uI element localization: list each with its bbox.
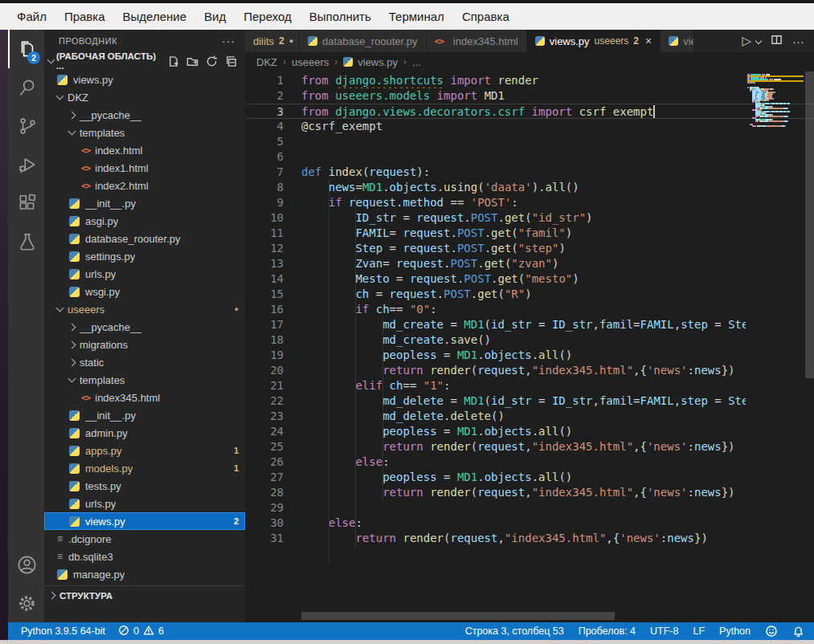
line-number[interactable]: 10 [245,210,284,226]
tree-file-views-py[interactable]: views.py2 [44,512,245,530]
code-line-26[interactable]: 26 else: [245,454,814,470]
code-line-28[interactable]: 28 return render(request,"index345.html"… [245,485,814,500]
code-line-15[interactable]: 15 ch = request.POST.get("R") [245,287,814,302]
code-line-13[interactable]: 13 Zvan= request.POST.get("zvan") [245,256,814,271]
code-line-23[interactable]: 23 md_delete.delete() [245,409,814,424]
more-actions-icon[interactable]: ··· [792,35,804,48]
line-number[interactable]: 15 [245,287,284,302]
line-number[interactable]: 19 [245,348,284,363]
menu-item-8[interactable]: Справка [453,3,518,30]
code-line-4[interactable]: 4@csrf_exempt [245,119,814,134]
run-button[interactable]: ▷ [742,34,751,48]
tree-folder--pycache-[interactable]: __pycache__ [44,106,245,124]
workspace-section-header[interactable]: (РАБОЧАЯ ОБЛАСТЬ) ... [44,51,245,71]
tree-file-views-py[interactable]: views.py [44,71,245,88]
menu-item-2[interactable]: Правка [55,3,114,30]
code-line-11[interactable]: 11 FAMIL= request.POST.get("famil") [245,226,814,241]
tree-file-settings-py[interactable]: settings.py [44,247,245,265]
tree-folder--pycache-[interactable]: __pycache__ [44,318,245,336]
problems-status[interactable]: 06 [118,625,164,638]
line-number[interactable]: 17 [245,317,284,332]
feedback-icon[interactable] [765,625,778,638]
bell-icon[interactable] [792,626,804,638]
line-number[interactable]: 12 [245,241,284,256]
line-number[interactable]: 1 [245,73,284,88]
menu-item-1[interactable]: Файл [8,3,55,30]
line-number[interactable]: 31 [245,531,284,546]
code-line-5[interactable]: 5 [245,134,814,149]
source-control-icon[interactable] [8,107,44,145]
menu-item-5[interactable]: Переход [235,3,301,30]
run-dropdown-icon[interactable] [755,38,762,44]
eol-status[interactable]: LF [693,626,705,637]
menu-item-6[interactable]: Выполнить [301,3,380,30]
tab-diiits[interactable]: diiits2● [245,30,300,52]
breadcrumb[interactable]: DKZ›useeers›views.py›... [245,52,814,71]
code-line-3[interactable]: 3from django.views.decorators.csrf impor… [245,104,814,119]
code-line-24[interactable]: 24 peopless = MD1.objects.all() [245,424,814,439]
code-line-22[interactable]: 22 md_delete = MD1(id_str = ID_str,famil… [245,393,814,409]
code-line-27[interactable]: 27 peopless = MD1.objects.all() [245,470,814,485]
code-line-29[interactable]: 29 [245,500,814,516]
line-number[interactable]: 6 [245,149,284,165]
testing-icon[interactable] [8,222,44,261]
cursor-position-status[interactable]: Строка 3, столбец 53 [465,626,564,637]
tree-file-apps-py[interactable]: apps.py1 [44,442,245,459]
line-number[interactable]: 11 [245,226,284,241]
line-number[interactable]: 28 [245,485,284,500]
line-number[interactable]: 26 [245,454,284,470]
horizontal-scrollbar[interactable] [301,612,615,620]
line-number[interactable]: 27 [245,470,284,485]
line-number[interactable]: 7 [245,165,284,180]
indentation-status[interactable]: Пробелов: 4 [579,626,636,637]
line-number[interactable]: 3 [245,104,284,118]
new-file-icon[interactable] [167,55,179,67]
menu-item-7[interactable]: Терминал [380,3,453,30]
code-line-1[interactable]: 1from django.shortcuts import render [245,73,814,88]
tab-database-roouter-py[interactable]: database_roouter.py [300,30,427,52]
tree-file-asgi-py[interactable]: asgi.py [44,212,245,230]
code-line-9[interactable]: 9 if request.method == 'POST': [245,195,814,210]
code-line-14[interactable]: 14 Mesto = request.POST.get("mesto") [245,271,814,287]
tree-file-urls-py[interactable]: urls.py [44,495,245,512]
tab-vie[interactable]: vie [661,30,694,52]
line-number[interactable]: 20 [245,363,284,378]
files-icon[interactable]: 2 [8,30,44,68]
tree-file-urls-py[interactable]: urls.py [44,265,245,283]
breadcrumb-item-views-py[interactable]: views.py [358,56,398,68]
code-line-7[interactable]: 7def index(request): [245,165,814,180]
settings-gear-icon[interactable] [8,584,44,622]
code-line-30[interactable]: 30 else: [245,516,814,531]
tab-index345-html[interactable]: <>index345.html [427,30,527,52]
tree-folder-DKZ[interactable]: DKZ [44,88,245,106]
run-debug-icon[interactable] [8,145,44,184]
line-number[interactable]: 29 [245,500,284,516]
tree-folder-migrations[interactable]: migrations [44,336,245,353]
line-number[interactable]: 21 [245,378,284,393]
tree-file-index-html[interactable]: <>index.html [44,141,245,159]
line-number[interactable]: 8 [245,180,284,195]
code-line-25[interactable]: 25 return render(request,"index345.html"… [245,439,814,454]
language-mode-status[interactable]: Python [719,626,751,637]
tree-folder-useeers[interactable]: useeers● [44,300,245,318]
tab-views-py[interactable]: views.pyuseeers2× [527,30,661,52]
line-number[interactable]: 9 [245,195,284,210]
line-number[interactable]: 5 [245,134,284,149]
line-number[interactable]: 4 [245,119,284,134]
tree-file-db-sqlite3[interactable]: ≡db.sqlite3 [44,548,245,565]
tree-folder-templates[interactable]: templates [44,124,245,141]
search-icon[interactable] [8,68,44,107]
tree-file-index345-html[interactable]: <>index345.html [44,389,245,406]
breadcrumb-item--[interactable]: ... [412,56,421,68]
extensions-icon[interactable] [8,184,44,222]
outline-section-header[interactable]: СТРУКТУРА [44,585,245,605]
tree-file-tests-py[interactable]: tests.py [44,477,245,495]
code-line-20[interactable]: 20 return render(request,"index345.html"… [245,363,814,378]
line-number[interactable]: 16 [245,302,284,317]
tree-file--init-py[interactable]: __init__.py [44,406,245,424]
menu-item-3[interactable]: Выделение [114,3,195,30]
code-line-10[interactable]: 10 ID_str = request.POST.get("id_str") [245,210,814,226]
code-line-16[interactable]: 16 if ch== "0": [245,302,814,317]
code-line-19[interactable]: 19 peopless = MD1.objects.all() [245,348,814,363]
refresh-icon[interactable] [206,55,218,67]
